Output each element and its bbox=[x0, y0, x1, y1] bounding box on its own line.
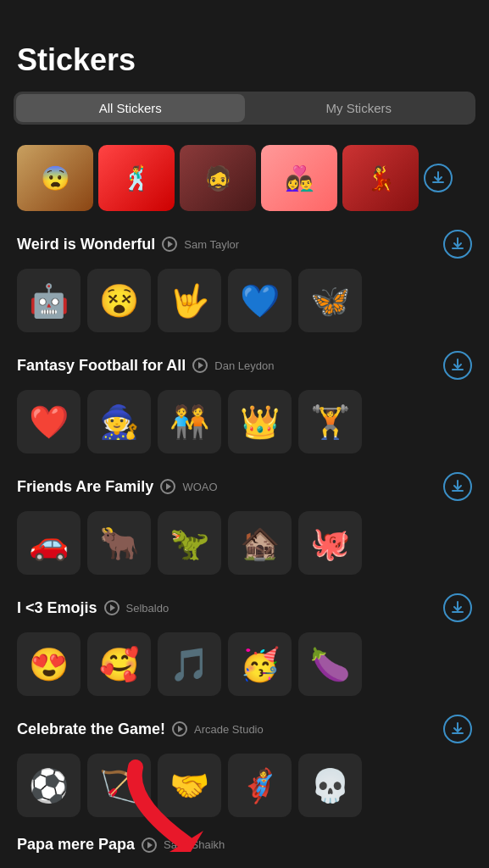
page-title: Stickers bbox=[0, 0, 489, 92]
sticker-emojis-4[interactable]: 🥳 bbox=[228, 632, 292, 696]
sticker-football-3[interactable]: 🧑‍🤝‍🧑 bbox=[158, 390, 221, 453]
sticker-football-1[interactable]: ❤️ bbox=[17, 390, 81, 453]
sticker-celebrate-3[interactable]: 🤝 bbox=[158, 754, 221, 817]
download-football-button[interactable] bbox=[443, 351, 472, 380]
section-header-friends: Friends Are Family WOAO bbox=[0, 465, 489, 508]
sticker-celebrate-2[interactable]: 🏹 bbox=[87, 754, 151, 817]
play-icon-emojis[interactable] bbox=[104, 600, 119, 615]
sticker-emojis-1[interactable]: 😍 bbox=[17, 632, 81, 696]
sticker-friends-4[interactable]: 🏚️ bbox=[228, 511, 292, 575]
sticker-emojis-5[interactable]: 🍆 bbox=[298, 632, 362, 696]
featured-sticker-5[interactable]: 💃 bbox=[342, 145, 419, 211]
sticker-weird-2[interactable]: 😵 bbox=[87, 269, 151, 332]
section-emojis: I <3 Emojis Selbaldo 😍 🥰 🎵 🥳 🍆 bbox=[0, 587, 489, 699]
download-weird-button[interactable] bbox=[443, 230, 472, 259]
featured-sticker-3[interactable]: 🧔 bbox=[180, 145, 256, 211]
sticker-friends-3[interactable]: 🦖 bbox=[158, 511, 221, 575]
download-featured-button[interactable] bbox=[424, 164, 453, 192]
sticker-weird-4[interactable]: 💙 bbox=[228, 269, 292, 332]
section-title: Weird is Wonderful bbox=[17, 236, 155, 253]
section-header-celebrate: Celebrate the Game! Arcade Studio bbox=[0, 708, 489, 750]
section-title-celebrate: Celebrate the Game! bbox=[17, 721, 165, 738]
sticker-row-weird: 🤖 😵 🤟 💙 🦋 bbox=[0, 265, 489, 336]
sticker-emojis-3[interactable]: 🎵 bbox=[158, 632, 221, 696]
section-header-emojis: I <3 Emojis Selbaldo bbox=[0, 587, 489, 629]
section-header-papa: Papa mere Papa Sajid Shaikh bbox=[0, 829, 489, 860]
download-emojis-button[interactable] bbox=[443, 593, 472, 622]
section-title-group-papa: Papa mere Papa Sajid Shaikh bbox=[17, 836, 472, 854]
play-icon-papa[interactable] bbox=[142, 837, 157, 853]
sticker-football-2[interactable]: 🧙 bbox=[87, 390, 151, 453]
section-title-group-friends: Friends Are Family WOAO bbox=[17, 478, 443, 496]
section-author-football: Dan Leydon bbox=[214, 359, 274, 372]
section-author: Sam Taylor bbox=[184, 238, 239, 251]
section-title-emojis: I <3 Emojis bbox=[17, 599, 97, 617]
sticker-row-football: ❤️ 🧙 🧑‍🤝‍🧑 👑 🏋️ bbox=[0, 387, 489, 457]
play-icon-friends[interactable] bbox=[160, 479, 175, 494]
section-author-papa: Sajid Shaikh bbox=[164, 838, 225, 851]
featured-stickers-row: 😨 🕺 🧔 👩‍❤️‍👨 💃 bbox=[0, 142, 489, 223]
tab-bar: All Stickers My Stickers bbox=[14, 92, 475, 125]
sticker-football-5[interactable]: 🏋️ bbox=[298, 390, 362, 453]
sticker-friends-5[interactable]: 🐙 bbox=[298, 511, 362, 575]
section-weird-is-wonderful: Weird is Wonderful Sam Taylor 🤖 😵 🤟 💙 🦋 bbox=[0, 223, 489, 336]
play-icon[interactable] bbox=[162, 236, 177, 252]
sticker-row-celebrate: ⚽ 🏹 🤝 🦸 💀 bbox=[0, 750, 489, 821]
featured-sticker-2[interactable]: 🕺 bbox=[98, 145, 175, 211]
play-icon-celebrate[interactable] bbox=[172, 721, 187, 737]
sticker-friends-2[interactable]: 🐂 bbox=[87, 511, 151, 575]
sticker-weird-5[interactable]: 🦋 bbox=[298, 269, 362, 332]
download-celebrate-button[interactable] bbox=[443, 715, 472, 743]
section-title-group: Weird is Wonderful Sam Taylor bbox=[17, 236, 443, 253]
section-title-papa: Papa mere Papa bbox=[17, 836, 135, 854]
play-icon-football[interactable] bbox=[192, 358, 208, 373]
section-author-friends: WOAO bbox=[182, 481, 217, 493]
section-celebrate-game: Celebrate the Game! Arcade Studio ⚽ 🏹 🤝 … bbox=[0, 708, 489, 821]
section-title-group-celebrate: Celebrate the Game! Arcade Studio bbox=[17, 721, 443, 738]
sticker-celebrate-1[interactable]: ⚽ bbox=[17, 754, 81, 817]
download-friends-button[interactable] bbox=[443, 472, 472, 501]
sticker-friends-1[interactable]: 🚗 bbox=[17, 511, 81, 575]
section-fantasy-football: Fantasy Football for All Dan Leydon ❤️ 🧙… bbox=[0, 344, 489, 457]
sticker-row-emojis: 😍 🥰 🎵 🥳 🍆 bbox=[0, 629, 489, 699]
sticker-row-friends: 🚗 🐂 🦖 🏚️ 🐙 bbox=[0, 508, 489, 578]
sticker-football-4[interactable]: 👑 bbox=[228, 390, 292, 453]
section-author-emojis: Selbaldo bbox=[126, 602, 169, 615]
featured-sticker-4[interactable]: 👩‍❤️‍👨 bbox=[261, 145, 337, 211]
section-title-football: Fantasy Football for All bbox=[17, 357, 186, 375]
section-title-group-emojis: I <3 Emojis Selbaldo bbox=[17, 599, 443, 617]
sticker-weird-3[interactable]: 🤟 bbox=[158, 269, 221, 332]
featured-sticker-1[interactable]: 😨 bbox=[17, 145, 93, 211]
section-title-group-football: Fantasy Football for All Dan Leydon bbox=[17, 357, 443, 375]
sticker-celebrate-5[interactable]: 💀 bbox=[298, 754, 362, 817]
section-friends-family: Friends Are Family WOAO 🚗 🐂 🦖 🏚️ 🐙 bbox=[0, 465, 489, 578]
section-header: Weird is Wonderful Sam Taylor bbox=[0, 223, 489, 265]
section-papa-mere-papa: Papa mere Papa Sajid Shaikh bbox=[0, 829, 489, 860]
tab-all-stickers[interactable]: All Stickers bbox=[16, 94, 245, 122]
sticker-emojis-2[interactable]: 🥰 bbox=[87, 632, 151, 696]
section-author-celebrate: Arcade Studio bbox=[194, 723, 264, 736]
sticker-weird-1[interactable]: 🤖 bbox=[17, 269, 81, 332]
section-title-friends: Friends Are Family bbox=[17, 478, 153, 496]
tab-my-stickers[interactable]: My Stickers bbox=[245, 94, 474, 122]
sticker-celebrate-4[interactable]: 🦸 bbox=[228, 754, 292, 817]
section-header-football: Fantasy Football for All Dan Leydon bbox=[0, 344, 489, 387]
